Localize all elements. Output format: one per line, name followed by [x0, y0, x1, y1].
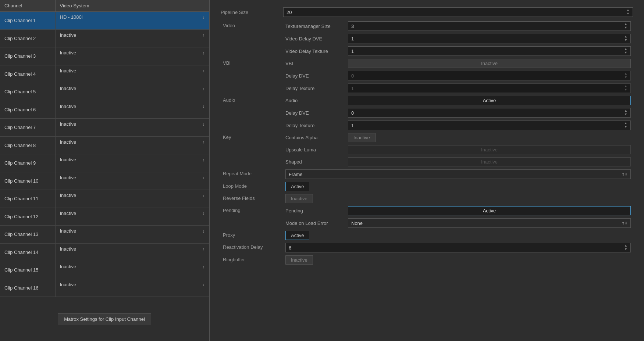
channel-name: Clip Channel 8 [0, 136, 55, 154]
channel-status-cell: Inactive↕ [56, 30, 209, 40]
repeat-mode-arrow: ⬆⬇ [622, 172, 627, 176]
channel-spinner-icon[interactable]: ↕ [203, 140, 205, 144]
texturemanager-size-field[interactable]: 3 ▲▼ [348, 21, 631, 31]
channel-spinner-icon[interactable]: ↕ [203, 211, 205, 215]
channel-status-cell: Inactive↕ [56, 172, 209, 183]
channel-status-cell: Inactive↕ [56, 244, 209, 254]
reactivation-delay-field[interactable]: 6 ▲▼ [285, 243, 631, 252]
vbi-delay-texture-spinner[interactable]: ▲▼ [624, 85, 627, 92]
channel-row[interactable]: Clip Channel 9Inactive↕ [0, 154, 209, 172]
pipeline-size-row: Pipeline Size 20 ▲▼ [221, 7, 633, 17]
reactivation-delay-label: Reactivation Delay [221, 241, 283, 254]
channel-name: Clip Channel 3 [0, 47, 55, 65]
channel-spinner-icon[interactable]: ↕ [203, 175, 205, 180]
matrox-settings-button[interactable]: Matrox Settings for Clip Input Channel [58, 313, 151, 325]
channel-spinner-icon[interactable]: ↕ [203, 247, 205, 251]
channel-name: Clip Channel 1 [0, 12, 55, 30]
channel-status: Inactive [60, 86, 77, 91]
channel-spinner-icon[interactable]: ↕ [203, 86, 205, 91]
audio-toggle-button[interactable]: Active [348, 96, 631, 105]
channel-name: Clip Channel 13 [0, 226, 55, 244]
channel-status: Inactive [60, 50, 77, 55]
channel-row[interactable]: Clip Channel 12Inactive↕ [0, 208, 209, 226]
channel-status: Inactive [60, 211, 77, 216]
vbi-delay-dve-spinner[interactable]: ▲▼ [624, 72, 627, 79]
texturemanager-row: Video Texturemanager Size 3 ▲▼ [221, 20, 633, 32]
audio-delay-dve-spinner[interactable]: ▲▼ [624, 109, 627, 116]
video-delay-dve-spinner[interactable]: ▲▼ [624, 35, 627, 42]
loop-mode-row: Loop Mode Active [221, 180, 633, 193]
audio-delay-texture-spinner[interactable]: ▲▼ [624, 122, 627, 129]
upscale-luma-label: Upscale Luma [283, 144, 346, 156]
vbi-delay-texture-field[interactable]: 1 ▲▼ [348, 83, 631, 93]
channel-spinner-icon[interactable]: ↕ [203, 122, 205, 126]
video-delay-texture-spinner[interactable]: ▲▼ [624, 47, 627, 55]
key-category-label: Key [221, 132, 283, 168]
channel-spinner-icon[interactable]: ↕ [203, 33, 205, 37]
ringbuffer-toggle[interactable]: Inactive [285, 255, 313, 265]
channel-row[interactable]: Clip Channel 2Inactive↕ [0, 29, 209, 47]
channel-row[interactable]: Clip Channel 3Inactive↕ [0, 47, 209, 65]
contains-alpha-toggle[interactable]: Inactive [348, 133, 376, 142]
loop-mode-label: Loop Mode [221, 180, 283, 193]
pending-sub-label: Pending [283, 205, 346, 217]
channel-status: Inactive [60, 246, 77, 252]
vbi-delay-dve-field[interactable]: 0 ▲▼ [348, 71, 631, 80]
audio-delay-dve-label: Delay DVE [283, 107, 346, 119]
channel-status-cell: Inactive↕ [56, 83, 209, 94]
pipeline-size-field[interactable]: 20 ▲▼ [283, 7, 633, 17]
channel-spinner-icon[interactable]: ↕ [203, 229, 205, 233]
channel-row[interactable]: Clip Channel 14Inactive↕ [0, 243, 209, 261]
channel-spinner-icon[interactable]: ↕ [203, 51, 205, 55]
proxy-row: Proxy Active [221, 229, 633, 241]
shaped-toggle[interactable]: Inactive [348, 157, 631, 166]
channel-row[interactable]: Clip Channel 6Inactive↕ [0, 101, 209, 119]
channel-row[interactable]: Clip Channel 11Inactive↕ [0, 190, 209, 208]
repeat-mode-row: Repeat Mode Frame ⬆⬇ [221, 168, 633, 180]
channel-name: Clip Channel 14 [0, 243, 55, 261]
channel-spinner-icon[interactable]: ↕ [203, 265, 205, 269]
channel-status: Inactive [60, 175, 77, 180]
channel-status: Inactive [60, 193, 77, 198]
channel-spinner-icon[interactable]: ↕ [203, 68, 205, 73]
channel-status: Inactive [60, 121, 77, 127]
vbi-delay-texture-label: Delay Texture [283, 82, 346, 94]
repeat-mode-dropdown[interactable]: Frame ⬆⬇ [285, 169, 631, 179]
channel-row[interactable]: Clip Channel 16Inactive↕ [0, 279, 209, 297]
channel-spinner-icon[interactable]: ↕ [203, 104, 205, 108]
channel-row[interactable]: Clip Channel 10Inactive↕ [0, 172, 209, 190]
video-delay-dve-field[interactable]: 1 ▲▼ [348, 34, 631, 43]
ringbuffer-label: Ringbuffer [221, 254, 283, 266]
channel-status-cell: Inactive↕ [56, 190, 209, 201]
channel-row[interactable]: Clip Channel 13Inactive↕ [0, 226, 209, 244]
audio-delay-dve-field[interactable]: 0 ▲▼ [348, 108, 631, 118]
upscale-luma-toggle[interactable]: Inactive [348, 145, 631, 154]
channel-table: Channel Video System Clip Channel 1HD - … [0, 0, 209, 297]
channel-row[interactable]: Clip Channel 4Inactive↕ [0, 65, 209, 83]
texturemanager-spinner[interactable]: ▲▼ [624, 22, 627, 30]
pipeline-size-spinner[interactable]: ▲▼ [626, 8, 630, 16]
channel-col-header: Channel [0, 0, 55, 12]
channel-row[interactable]: Clip Channel 1HD - 1080i↕ [0, 12, 209, 30]
channel-row[interactable]: Clip Channel 7Inactive↕ [0, 119, 209, 137]
vbi-toggle-button[interactable]: Inactive [348, 59, 631, 68]
pending-toggle-button[interactable]: Active [348, 206, 631, 215]
reactivation-delay-spinner[interactable]: ▲▼ [624, 244, 627, 251]
channel-row[interactable]: Clip Channel 15Inactive↕ [0, 261, 209, 279]
channel-spinner-icon[interactable]: ↕ [203, 282, 205, 287]
channel-spinner-icon[interactable]: ↕ [203, 193, 205, 198]
pending-toggle-row: Pending Pending Active [221, 205, 633, 217]
reverse-fields-toggle[interactable]: Inactive [285, 194, 313, 203]
channel-status-cell: Inactive↕ [56, 137, 209, 147]
channel-spinner-icon[interactable]: ↕ [203, 158, 205, 162]
audio-toggle-row: Audio Audio Active [221, 94, 633, 107]
channel-row[interactable]: Clip Channel 8Inactive↕ [0, 136, 209, 154]
video-delay-texture-field[interactable]: 1 ▲▼ [348, 46, 631, 56]
channel-row[interactable]: Clip Channel 5Inactive↕ [0, 83, 209, 101]
proxy-toggle[interactable]: Active [285, 231, 309, 240]
audio-delay-texture-field[interactable]: 1 ▲▼ [348, 121, 631, 130]
channel-spinner-icon[interactable]: ↕ [203, 15, 205, 19]
loop-mode-toggle[interactable]: Active [285, 182, 309, 191]
mode-on-load-error-dropdown[interactable]: None ⬆⬇ [348, 218, 631, 228]
shaped-label: Shaped [283, 156, 346, 168]
